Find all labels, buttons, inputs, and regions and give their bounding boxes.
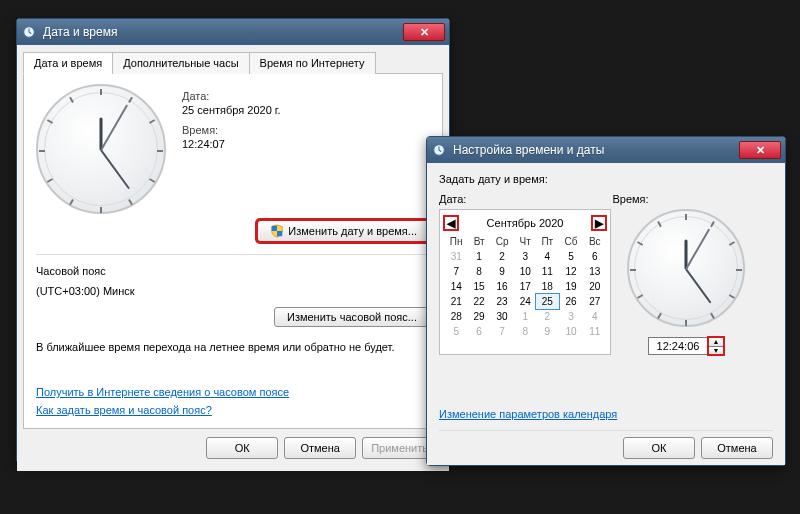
date-time-settings-window: Настройка времени и даты ✕ Задать дату и…	[426, 136, 786, 466]
date-label: Дата:	[439, 193, 466, 205]
calendar-day[interactable]: 30	[490, 309, 515, 324]
calendar-day[interactable]: 24	[514, 294, 536, 309]
calendar-day[interactable]: 17	[514, 279, 536, 294]
calendar-day[interactable]: 28	[444, 309, 468, 324]
spinner-down[interactable]: ▼	[708, 346, 724, 356]
ok-button[interactable]: ОК	[206, 437, 278, 459]
calendar-day[interactable]: 3	[514, 249, 536, 264]
tab-date-time[interactable]: Дата и время	[23, 52, 113, 74]
how-to-set-link[interactable]: Как задать время и часовой пояс?	[36, 404, 212, 416]
weekday-header: Чт	[514, 234, 536, 249]
calendar-day[interactable]: 9	[490, 264, 515, 279]
weekday-header: Ср	[490, 234, 515, 249]
calendar-day[interactable]: 11	[584, 324, 606, 339]
ok-button[interactable]: ОК	[623, 437, 695, 459]
tab-strip: Дата и время Дополнительные часы Время п…	[23, 51, 443, 74]
time-spinner[interactable]: ▲ ▼	[708, 337, 724, 355]
app-icon	[431, 142, 447, 158]
prompt-label: Задать дату и время:	[439, 173, 773, 185]
shield-icon	[270, 224, 284, 238]
calendar-day[interactable]: 2	[536, 309, 559, 324]
calendar-day[interactable]: 8	[514, 324, 536, 339]
tab-additional-clocks[interactable]: Дополнительные часы	[112, 52, 249, 74]
analog-clock	[36, 84, 166, 214]
calendar-day[interactable]: 1	[514, 309, 536, 324]
titlebar[interactable]: Дата и время ✕	[17, 19, 449, 45]
cancel-button[interactable]: Отмена	[701, 437, 773, 459]
svg-rect-1	[272, 226, 277, 231]
calendar-day[interactable]: 2	[490, 249, 515, 264]
calendar-day[interactable]: 16	[490, 279, 515, 294]
timezone-value: (UTC+03:00) Минск	[36, 285, 430, 297]
time-value: 12:24:07	[182, 138, 281, 150]
weekday-header: Пн	[444, 234, 468, 249]
time-input[interactable]	[648, 337, 708, 355]
calendar-day[interactable]: 31	[444, 249, 468, 264]
calendar-day[interactable]: 9	[536, 324, 559, 339]
calendar-day[interactable]: 19	[559, 279, 584, 294]
calendar-day[interactable]: 20	[584, 279, 606, 294]
calendar-grid: ПнВтСрЧтПтСбВс 3112345678910111213141516…	[444, 234, 606, 339]
calendar: ◀ Сентябрь 2020 ▶ ПнВтСрЧтПтСбВс 3112345…	[439, 209, 611, 355]
titlebar[interactable]: Настройка времени и даты ✕	[427, 137, 785, 163]
calendar-day[interactable]: 11	[536, 264, 559, 279]
change-timezone-button[interactable]: Изменить часовой пояс...	[274, 307, 430, 327]
timezone-info-link[interactable]: Получить в Интернете сведения о часовом …	[36, 386, 289, 398]
calendar-day[interactable]: 23	[490, 294, 515, 309]
time-label: Время:	[612, 193, 648, 205]
window-title: Дата и время	[43, 25, 397, 39]
calendar-day[interactable]: 12	[559, 264, 584, 279]
weekday-header: Пт	[536, 234, 559, 249]
date-value: 25 сентября 2020 г.	[182, 104, 281, 116]
dst-message: В ближайшее время перехода на летнее вре…	[36, 341, 430, 353]
svg-rect-2	[277, 231, 282, 236]
calendar-day[interactable]: 27	[584, 294, 606, 309]
calendar-day[interactable]: 10	[514, 264, 536, 279]
calendar-day[interactable]: 3	[559, 309, 584, 324]
calendar-day[interactable]: 22	[468, 294, 489, 309]
calendar-day[interactable]: 7	[490, 324, 515, 339]
calendar-day[interactable]: 10	[559, 324, 584, 339]
weekday-header: Вт	[468, 234, 489, 249]
tab-panel: Дата: 25 сентября 2020 г. Время: 12:24:0…	[23, 74, 443, 429]
calendar-day[interactable]: 26	[559, 294, 584, 309]
calendar-day[interactable]: 7	[444, 264, 468, 279]
calendar-day[interactable]: 8	[468, 264, 489, 279]
calendar-day[interactable]: 21	[444, 294, 468, 309]
calendar-day[interactable]: 5	[559, 249, 584, 264]
analog-clock	[627, 209, 745, 327]
calendar-day[interactable]: 13	[584, 264, 606, 279]
close-button[interactable]: ✕	[403, 23, 445, 41]
spinner-up[interactable]: ▲	[708, 337, 724, 346]
dialog-footer: ОК Отмена Применить	[23, 429, 443, 465]
calendar-day[interactable]: 14	[444, 279, 468, 294]
calendar-day[interactable]: 1	[468, 249, 489, 264]
calendar-day[interactable]: 15	[468, 279, 489, 294]
change-date-time-button[interactable]: Изменить дату и время...	[257, 220, 430, 242]
window-title: Настройка времени и даты	[453, 143, 733, 157]
calendar-settings-link[interactable]: Изменение параметров календаря	[439, 402, 773, 426]
date-time-info: Дата: 25 сентября 2020 г. Время: 12:24:0…	[182, 84, 281, 214]
next-month-button[interactable]: ▶	[592, 216, 606, 230]
calendar-day[interactable]: 4	[584, 309, 606, 324]
month-display[interactable]: Сентябрь 2020	[487, 217, 564, 229]
calendar-day[interactable]: 25	[536, 294, 559, 309]
timezone-heading: Часовой пояс	[36, 265, 430, 277]
time-label: Время:	[182, 124, 281, 136]
app-icon	[21, 24, 37, 40]
calendar-day[interactable]: 4	[536, 249, 559, 264]
calendar-day[interactable]: 5	[444, 324, 468, 339]
prev-month-button[interactable]: ◀	[444, 216, 458, 230]
calendar-day[interactable]: 29	[468, 309, 489, 324]
date-label: Дата:	[182, 90, 281, 102]
cancel-button[interactable]: Отмена	[284, 437, 356, 459]
date-time-window: Дата и время ✕ Дата и время Дополнительн…	[16, 18, 450, 463]
calendar-day[interactable]: 6	[584, 249, 606, 264]
close-button[interactable]: ✕	[739, 141, 781, 159]
tab-internet-time[interactable]: Время по Интернету	[249, 52, 376, 74]
weekday-header: Сб	[559, 234, 584, 249]
calendar-day[interactable]: 18	[536, 279, 559, 294]
weekday-header: Вс	[584, 234, 606, 249]
change-date-time-label: Изменить дату и время...	[288, 225, 417, 237]
calendar-day[interactable]: 6	[468, 324, 489, 339]
